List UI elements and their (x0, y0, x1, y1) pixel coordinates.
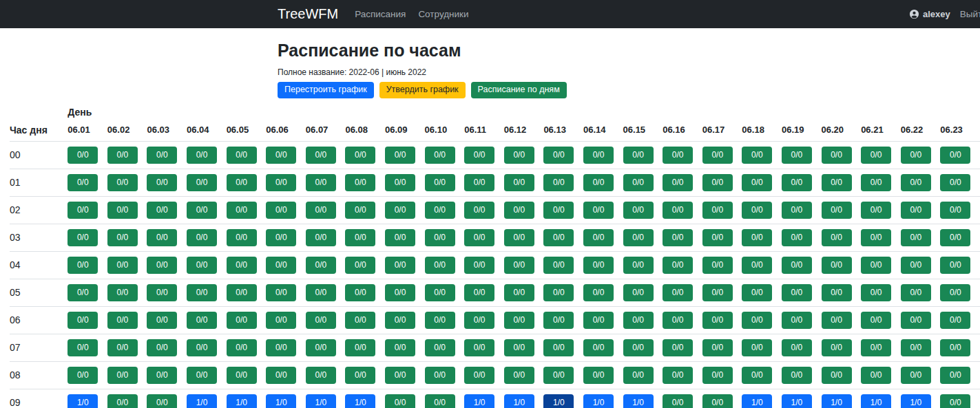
schedule-cell-button[interactable]: 0/0 (67, 229, 98, 246)
schedule-cell-button[interactable]: 0/0 (385, 394, 415, 408)
schedule-cell-button[interactable]: 0/0 (663, 394, 693, 408)
schedule-cell-button[interactable]: 0/0 (266, 257, 296, 274)
schedule-cell-button[interactable]: 0/0 (583, 257, 614, 274)
schedule-cell-button[interactable]: 1/0 (583, 394, 614, 408)
schedule-cell-button[interactable]: 0/0 (742, 202, 772, 219)
user-button[interactable]: alexey (909, 9, 950, 19)
schedule-cell-button[interactable]: 1/0 (266, 394, 296, 408)
schedule-cell-button[interactable]: 0/0 (227, 147, 257, 164)
schedule-cell-button[interactable]: 0/0 (940, 284, 970, 301)
schedule-cell-button[interactable]: 0/0 (543, 339, 574, 356)
daily-schedule-button[interactable]: Расписание по дням (471, 82, 567, 98)
schedule-cell-button[interactable]: 0/0 (742, 284, 772, 301)
brand-link[interactable]: TreeWFM (278, 6, 338, 22)
schedule-cell-button[interactable]: 0/0 (543, 367, 574, 384)
schedule-cell-button[interactable]: 0/0 (227, 339, 257, 356)
schedule-cell-button[interactable]: 0/0 (385, 284, 415, 301)
schedule-cell-button[interactable]: 0/0 (385, 174, 415, 191)
schedule-cell-button[interactable]: 0/0 (623, 312, 654, 329)
schedule-cell-button[interactable]: 0/0 (822, 284, 852, 301)
schedule-cell-button[interactable]: 0/0 (623, 229, 654, 246)
schedule-cell-button[interactable]: 1/0 (901, 394, 931, 408)
schedule-cell-button[interactable]: 0/0 (782, 312, 812, 329)
schedule-cell-button[interactable]: 0/0 (623, 257, 654, 274)
schedule-cell-button[interactable]: 0/0 (107, 284, 138, 301)
schedule-cell-button[interactable]: 0/0 (822, 257, 852, 274)
schedule-cell-button[interactable]: 0/0 (227, 367, 257, 384)
schedule-cell-button[interactable]: 0/0 (822, 339, 852, 356)
logout-link[interactable]: Выйти (960, 9, 980, 19)
schedule-cell-button[interactable]: 0/0 (901, 147, 931, 164)
schedule-cell-button[interactable]: 0/0 (901, 312, 931, 329)
schedule-cell-button[interactable]: 0/0 (822, 202, 852, 219)
schedule-cell-button[interactable]: 0/0 (504, 257, 534, 274)
schedule-cell-button[interactable]: 0/0 (266, 202, 296, 219)
schedule-cell-button[interactable]: 1/0 (861, 394, 891, 408)
schedule-cell-button[interactable]: 0/0 (464, 257, 494, 274)
schedule-cell-button[interactable]: 0/0 (782, 284, 812, 301)
schedule-cell-button[interactable]: 0/0 (345, 202, 375, 219)
schedule-cell-button[interactable]: 0/0 (345, 284, 375, 301)
schedule-cell-button[interactable]: 0/0 (67, 339, 98, 356)
schedule-cell-button[interactable]: 0/0 (385, 257, 415, 274)
schedule-cell-button[interactable]: 0/0 (583, 202, 614, 219)
schedule-cell-button[interactable]: 0/0 (861, 257, 891, 274)
schedule-cell-button[interactable]: 0/0 (107, 339, 138, 356)
schedule-cell-button[interactable]: 1/0 (67, 394, 98, 408)
schedule-cell-button[interactable]: 0/0 (702, 147, 733, 164)
schedule-cell-button[interactable]: 0/0 (147, 284, 177, 301)
schedule-cell-button[interactable]: 0/0 (266, 284, 296, 301)
schedule-cell-button[interactable]: 0/0 (107, 202, 138, 219)
schedule-cell-button[interactable]: 0/0 (940, 394, 970, 408)
schedule-cell-button[interactable]: 0/0 (187, 229, 217, 246)
schedule-cell-button[interactable]: 0/0 (67, 312, 98, 329)
schedule-cell-button[interactable]: 0/0 (623, 284, 654, 301)
schedule-cell-button[interactable]: 1/0 (187, 394, 217, 408)
schedule-cell-button[interactable]: 0/0 (901, 339, 931, 356)
schedule-cell-button[interactable]: 0/0 (583, 147, 614, 164)
schedule-cell-button[interactable]: 0/0 (702, 229, 733, 246)
schedule-cell-button[interactable]: 0/0 (425, 174, 455, 191)
schedule-cell-button[interactable]: 0/0 (940, 367, 970, 384)
schedule-cell-button[interactable]: 0/0 (822, 312, 852, 329)
schedule-cell-button[interactable]: 0/0 (107, 394, 138, 408)
schedule-cell-button[interactable]: 0/0 (504, 284, 534, 301)
schedule-cell-button[interactable]: 0/0 (147, 202, 177, 219)
schedule-cell-button[interactable]: 0/0 (385, 229, 415, 246)
schedule-cell-button[interactable]: 0/0 (782, 339, 812, 356)
schedule-cell-button[interactable]: 0/0 (67, 367, 98, 384)
schedule-cell-button[interactable]: 0/0 (385, 202, 415, 219)
schedule-cell-button[interactable]: 0/0 (543, 147, 574, 164)
schedule-cell-button[interactable]: 0/0 (742, 312, 772, 329)
schedule-cell-button[interactable]: 0/0 (306, 202, 336, 219)
schedule-cell-button[interactable]: 1/0 (543, 394, 574, 408)
schedule-cell-button[interactable]: 0/0 (583, 229, 614, 246)
schedule-cell-button[interactable]: 0/0 (107, 147, 138, 164)
schedule-cell-button[interactable]: 0/0 (861, 367, 891, 384)
schedule-cell-button[interactable]: 0/0 (227, 257, 257, 274)
schedule-cell-button[interactable]: 1/0 (742, 394, 772, 408)
schedule-cell-button[interactable]: 0/0 (504, 147, 534, 164)
rebuild-schedule-button[interactable]: Перестроить график (278, 82, 374, 98)
schedule-cell-button[interactable]: 0/0 (107, 367, 138, 384)
schedule-cell-button[interactable]: 0/0 (187, 147, 217, 164)
schedule-cell-button[interactable]: 0/0 (227, 229, 257, 246)
schedule-cell-button[interactable]: 0/0 (345, 257, 375, 274)
schedule-cell-button[interactable]: 0/0 (464, 147, 494, 164)
schedule-cell-button[interactable]: 0/0 (147, 367, 177, 384)
schedule-cell-button[interactable]: 0/0 (425, 394, 455, 408)
approve-schedule-button[interactable]: Утвердить график (379, 82, 466, 98)
schedule-cell-button[interactable]: 1/0 (464, 394, 494, 408)
schedule-cell-button[interactable]: 0/0 (425, 257, 455, 274)
schedule-cell-button[interactable]: 0/0 (187, 174, 217, 191)
schedule-cell-button[interactable]: 0/0 (385, 339, 415, 356)
schedule-cell-button[interactable]: 0/0 (147, 174, 177, 191)
schedule-cell-button[interactable]: 0/0 (583, 174, 614, 191)
schedule-cell-button[interactable]: 0/0 (782, 147, 812, 164)
schedule-cell-button[interactable]: 0/0 (822, 229, 852, 246)
schedule-cell-button[interactable]: 0/0 (425, 367, 455, 384)
schedule-cell-button[interactable]: 0/0 (940, 202, 970, 219)
schedule-cell-button[interactable]: 0/0 (742, 339, 772, 356)
schedule-cell-button[interactable]: 1/0 (227, 394, 257, 408)
schedule-cell-button[interactable]: 0/0 (266, 339, 296, 356)
